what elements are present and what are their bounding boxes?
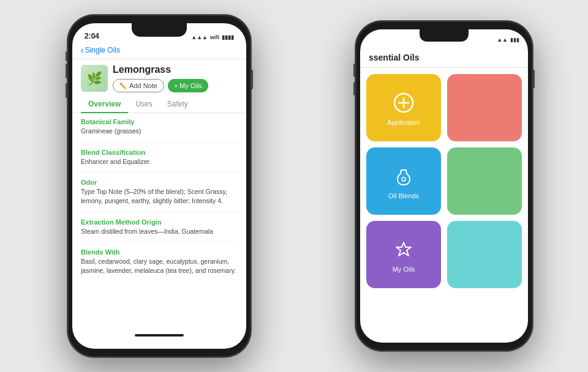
scene: ▲▲ ▮▮▮ ssential Oils	[18, 9, 570, 363]
status-icons: ▲▲▲ wifi ▮▮▮▮	[191, 34, 234, 40]
tile-oil-blends[interactable]: Oil Blends	[366, 147, 441, 215]
front-volume-down-button	[66, 83, 67, 98]
tile-red[interactable]	[447, 74, 522, 141]
signal-icon: ▲▲▲	[191, 34, 208, 40]
botanical-family-title: Botanical Family	[81, 118, 238, 125]
star-icon	[393, 239, 415, 261]
back-chevron-icon: ‹	[81, 45, 84, 55]
tabs-row: Overview Uses Safety	[72, 96, 246, 113]
tile-green[interactable]	[447, 147, 522, 215]
phone-front: 2:04 ▲▲▲ wifi ▮▮▮▮ ‹ Single Oils	[67, 15, 251, 357]
home-indicator	[135, 334, 184, 337]
tile-my-oils[interactable]: My Oils	[366, 221, 441, 288]
back-phone-screen: ▲▲ ▮▮▮ ssential Oils	[360, 29, 528, 343]
blend-classification-title: Blend Classification	[81, 149, 238, 156]
tile-application-label: Application	[387, 119, 420, 126]
odor-title: Odor	[81, 179, 238, 186]
oil-info: Lemongrass ✏️ Add Note + My Oils	[113, 64, 208, 92]
front-phone-screen: 2:04 ▲▲▲ wifi ▮▮▮▮ ‹ Single Oils	[72, 23, 246, 349]
back-link[interactable]: ‹ Single Oils	[81, 45, 120, 55]
my-oils-label: + My Oils	[174, 82, 202, 89]
lemongrass-emoji: 🌿	[87, 71, 102, 86]
tab-overview[interactable]: Overview	[81, 96, 128, 113]
oil-header: 🌿 Lemongrass ✏️ Add Note + My Oils	[72, 59, 246, 96]
oil-name: Lemongrass	[113, 64, 208, 75]
back-link-label: Single Oils	[85, 46, 120, 54]
oil-actions: ✏️ Add Note + My Oils	[113, 79, 208, 92]
back-notch	[420, 29, 469, 42]
tile-my-oils-label: My Oils	[393, 266, 415, 273]
front-notch	[132, 23, 187, 37]
section-odor: Odor Type Top Note (5–20% of the blend);…	[81, 179, 238, 212]
nav-bar: ‹ Single Oils	[72, 43, 246, 59]
tab-safety[interactable]: Safety	[160, 96, 195, 113]
wifi-status-icon: wifi	[210, 34, 219, 40]
battery-icon: ▮▮▮	[510, 37, 519, 43]
front-power-button	[251, 70, 253, 89]
tab-uses[interactable]: Uses	[128, 96, 159, 113]
section-blend-classification: Blend Classification Enhancer and Equali…	[81, 149, 238, 173]
blends-with-body: Basil, cedarwood, clary sage, eucalyptus…	[81, 257, 238, 275]
add-note-button[interactable]: ✏️ Add Note	[113, 79, 164, 92]
plus-circle-icon	[393, 92, 415, 114]
battery-status-icon: ▮▮▮▮	[222, 34, 234, 40]
blend-classification-body: Enhancer and Equalizer.	[81, 157, 238, 166]
volume-up-button	[353, 64, 355, 77]
section-extraction-method: Extraction Method Origin Steam distilled…	[81, 218, 238, 243]
bottle-icon	[393, 165, 415, 187]
power-button	[533, 70, 535, 88]
back-screen-content: ssential Oils Application	[360, 46, 528, 343]
extraction-method-title: Extraction Method Origin	[81, 218, 238, 226]
volume-down-button	[353, 82, 355, 95]
odor-body: Type Top Note (5–20% of the blend); Scen…	[81, 187, 238, 205]
tile-application[interactable]: Application	[366, 74, 441, 141]
front-volume-up-button	[66, 64, 67, 78]
my-oils-button[interactable]: + My Oils	[168, 79, 208, 92]
svg-point-4	[402, 177, 405, 181]
status-time: 2:04	[85, 32, 99, 40]
wifi-icon: ▲▲	[497, 37, 508, 43]
back-grid: Application O	[360, 68, 528, 294]
tile-teal[interactable]	[447, 221, 522, 288]
add-note-label: Add Note	[129, 82, 157, 89]
oil-image: 🌿	[81, 65, 108, 92]
section-botanical-family: Botanical Family Gramineae (grasses)	[81, 118, 238, 143]
tile-oil-blends-label: Oil Blends	[388, 192, 419, 199]
pencil-icon: ✏️	[119, 83, 127, 89]
detail-sections: Botanical Family Gramineae (grasses) Ble…	[72, 113, 246, 349]
back-header-title: ssential Oils	[360, 50, 528, 68]
phone-back: ▲▲ ▮▮▮ ssential Oils	[355, 21, 533, 351]
content-area: 🌿 Lemongrass ✏️ Add Note + My Oils	[72, 59, 246, 349]
extraction-method-body: Steam distilled from leaves—India, Guate…	[81, 227, 238, 236]
section-blends-with: Blends With Basil, cedarwood, clary sage…	[81, 248, 238, 281]
front-mute-button	[66, 51, 67, 61]
botanical-family-body: Gramineae (grasses)	[81, 127, 238, 136]
blends-with-title: Blends With	[81, 248, 238, 256]
